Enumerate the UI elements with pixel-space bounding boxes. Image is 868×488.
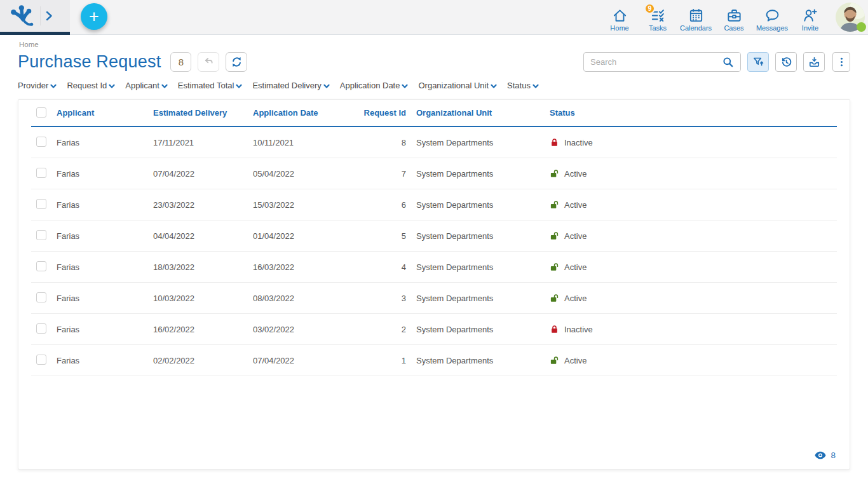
search-input[interactable] [584, 57, 715, 67]
filter-estimated-delivery[interactable]: Estimated Delivery [252, 81, 329, 90]
cell-application-date: 01/04/2022 [253, 231, 342, 241]
chevron-down-icon [532, 83, 539, 89]
row-checkbox[interactable] [36, 199, 46, 209]
breadcrumb-home-link[interactable]: Home [19, 41, 39, 48]
undo-button[interactable] [198, 52, 219, 72]
cell-application-date: 03/02/2022 [253, 325, 342, 334]
export-tray-icon [808, 56, 820, 68]
filter-provider[interactable]: Provider [18, 81, 57, 90]
chevron-down-icon [161, 83, 168, 89]
filter-estimated-total[interactable]: Estimated Total [178, 81, 243, 90]
row-checkbox[interactable] [36, 137, 46, 147]
tasks-count-badge: 9 [644, 3, 655, 14]
table-row[interactable]: Farias 16/02/2022 03/02/2022 2 System De… [31, 314, 837, 345]
filter-label: Status [507, 81, 531, 90]
cell-applicant: Farias [57, 169, 153, 179]
table-row[interactable]: Farias 07/04/2022 05/04/2022 7 System De… [31, 158, 837, 189]
cell-request-id: 1 [342, 356, 406, 365]
history-button[interactable] [775, 52, 797, 72]
cell-applicant: Farias [57, 294, 153, 303]
status-label: Active [564, 169, 587, 179]
nav-item-home[interactable]: Home [600, 7, 639, 32]
filter-toggle-button[interactable] [747, 52, 769, 72]
app-logo-paw-icon[interactable] [8, 3, 34, 29]
table-row[interactable]: Farias 10/03/2022 08/03/2022 3 System De… [31, 283, 837, 314]
brand-divider [40, 6, 41, 25]
nav-label: Messages [756, 24, 788, 32]
kebab-menu-icon [836, 56, 848, 68]
lock-status-icon [550, 355, 559, 365]
cell-organizational-unit: System Departments [406, 294, 550, 303]
column-header-application-date[interactable]: Application Date [253, 108, 342, 118]
row-checkbox[interactable] [36, 292, 46, 302]
row-checkbox[interactable] [36, 261, 46, 271]
filter-request-id[interactable]: Request Id [67, 81, 115, 90]
chevron-down-icon [236, 83, 242, 89]
row-checkbox[interactable] [36, 323, 46, 334]
cell-estimated-delivery: 23/03/2022 [153, 200, 253, 210]
row-checkbox[interactable] [36, 230, 46, 240]
select-all-checkbox[interactable] [36, 107, 46, 118]
filter-organizational-unit[interactable]: Organizational Unit [418, 81, 497, 90]
quick-create-button[interactable]: + [81, 3, 107, 30]
column-header-estimated-delivery[interactable]: Estimated Delivery [153, 108, 253, 118]
table-row[interactable]: Farias 23/03/2022 15/03/2022 6 System De… [31, 189, 837, 220]
filter-status[interactable]: Status [507, 81, 539, 90]
row-checkbox[interactable] [36, 355, 46, 365]
filter-applicant[interactable]: Applicant [125, 81, 167, 90]
cell-application-date: 15/03/2022 [253, 200, 342, 210]
nav-item-invite[interactable]: Invite [791, 7, 829, 32]
user-avatar[interactable] [836, 3, 865, 32]
table-row[interactable]: Farias 02/02/2022 07/04/2022 1 System De… [31, 345, 837, 376]
page-title: Purchase Request [18, 52, 161, 72]
table-header-row: Applicant Estimated Delivery Application… [31, 100, 837, 127]
invite-person-icon [803, 8, 818, 24]
nav-item-tasks[interactable]: 9 Tasks [639, 7, 677, 32]
column-header-organizational-unit[interactable]: Organizational Unit [406, 108, 550, 118]
sidebar-expand-button[interactable] [42, 8, 57, 24]
history-clock-icon [780, 56, 792, 68]
nav-item-cases[interactable]: Cases [715, 7, 753, 32]
cell-application-date: 05/04/2022 [253, 169, 342, 179]
lock-status-icon [550, 137, 559, 147]
nav-label: Home [610, 24, 628, 32]
search-button[interactable] [715, 53, 740, 71]
topbar: + Home 9 Tasks [0, 0, 868, 35]
breadcrumb: Home [0, 35, 868, 48]
cell-organizational-unit: System Departments [406, 138, 550, 147]
table-row[interactable]: Farias 04/04/2022 01/04/2022 5 System De… [31, 220, 837, 252]
visible-record-count: 8 [831, 451, 836, 460]
column-header-applicant[interactable]: Applicant [57, 108, 153, 118]
row-checkbox[interactable] [36, 168, 46, 178]
chevron-right-icon [46, 11, 53, 21]
table-row[interactable]: Farias 17/11/2021 10/11/2021 8 System De… [31, 127, 837, 158]
status-label: Active [564, 262, 587, 272]
nav-item-calendars[interactable]: Calendars [677, 7, 715, 32]
briefcase-icon [726, 8, 742, 24]
column-header-request-id[interactable]: Request Id [342, 108, 406, 118]
cell-applicant: Farias [57, 356, 153, 365]
lock-status-icon [550, 231, 559, 241]
lock-status-icon [550, 200, 559, 210]
cell-organizational-unit: System Departments [406, 200, 550, 210]
home-icon [612, 8, 628, 24]
search-icon [722, 56, 734, 68]
lock-status-icon [550, 262, 559, 272]
filter-application-date[interactable]: Application Date [340, 81, 409, 90]
refresh-button[interactable] [226, 52, 247, 72]
refresh-icon [231, 56, 243, 68]
more-options-button[interactable] [832, 52, 850, 72]
table-row[interactable]: Farias 18/03/2022 16/03/2022 4 System De… [31, 252, 837, 283]
search-box [583, 52, 741, 72]
nav-label: Invite [802, 24, 818, 32]
chevron-down-icon [109, 83, 115, 89]
nav-label: Calendars [680, 24, 712, 32]
column-header-status[interactable]: Status [550, 108, 837, 118]
eye-icon [815, 451, 826, 459]
cell-application-date: 10/11/2021 [253, 138, 342, 147]
nav-item-messages[interactable]: Messages [753, 7, 791, 32]
export-button[interactable] [803, 52, 825, 72]
lock-status-icon [550, 324, 559, 334]
chat-bubble-icon [764, 8, 780, 24]
cell-estimated-delivery: 17/11/2021 [153, 138, 253, 147]
